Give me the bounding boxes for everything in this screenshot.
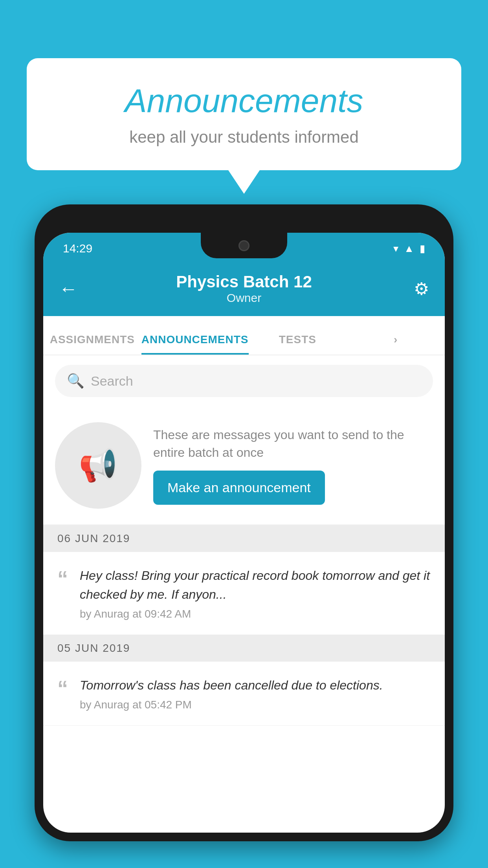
speech-bubble-section: Announcements keep all your students inf… [27,58,461,194]
speech-bubble-title: Announcements [58,82,430,120]
wifi-icon: ▾ [393,243,398,255]
tab-more[interactable]: › [347,333,445,355]
speech-bubble-subtitle: keep all your students informed [58,128,430,147]
phone-body: 14:29 ▾ ▲ ▮ ← Physics Batch 12 Owner ⚙ [35,204,453,841]
status-time: 14:29 [63,242,92,255]
tab-tests[interactable]: TESTS [249,333,347,355]
signal-icon: ▲ [404,243,414,255]
search-bar[interactable]: 🔍 Search [55,365,433,397]
promo-icon-circle: 📢 [55,422,141,509]
quote-icon-2: “ [57,677,68,699]
battery-icon: ▮ [420,243,425,255]
promo-description: These are messages you want to send to t… [153,426,433,462]
announcement-content-2: Tomorrow's class has been cancelled due … [80,676,431,711]
make-announcement-button[interactable]: Make an announcement [153,471,325,505]
announcement-content-1: Hey class! Bring your practical record b… [80,566,431,620]
announcement-item-1[interactable]: “ Hey class! Bring your practical record… [43,552,445,635]
settings-icon[interactable]: ⚙ [402,279,429,299]
megaphone-icon: 📢 [79,447,118,484]
promo-content: These are messages you want to send to t… [153,426,433,505]
app-bar-title: Physics Batch 12 [86,272,402,291]
phone-screen: 14:29 ▾ ▲ ▮ ← Physics Batch 12 Owner ⚙ [43,233,445,833]
phone-notch [201,233,287,258]
phone-mockup: 14:29 ▾ ▲ ▮ ← Physics Batch 12 Owner ⚙ [35,204,453,868]
search-container: 🔍 Search [43,355,445,406]
back-button[interactable]: ← [59,278,86,300]
app-bar-title-section: Physics Batch 12 Owner [86,272,402,305]
quote-icon-1: “ [57,568,68,589]
tab-assignments[interactable]: ASSIGNMENTS [43,333,141,355]
status-icons: ▾ ▲ ▮ [393,243,425,255]
app-bar: ← Physics Batch 12 Owner ⚙ [43,261,445,316]
search-input[interactable]: Search [91,373,421,389]
speech-bubble-arrow [228,170,260,194]
announcement-item-2[interactable]: “ Tomorrow's class has been cancelled du… [43,662,445,726]
announcement-promo: 📢 These are messages you want to send to… [43,406,445,525]
date-separator-1: 06 JUN 2019 [43,525,445,552]
speech-bubble: Announcements keep all your students inf… [27,58,461,170]
date-separator-2: 05 JUN 2019 [43,635,445,662]
announcement-meta-2: by Anurag at 05:42 PM [80,699,431,711]
announcement-text-2: Tomorrow's class has been cancelled due … [80,676,431,695]
announcement-meta-1: by Anurag at 09:42 AM [80,608,431,620]
app-bar-subtitle: Owner [86,291,402,305]
tabs-bar: ASSIGNMENTS ANNOUNCEMENTS TESTS › [43,316,445,355]
front-camera [238,240,250,251]
tab-announcements[interactable]: ANNOUNCEMENTS [141,333,249,355]
announcement-text-1: Hey class! Bring your practical record b… [80,566,431,604]
search-icon: 🔍 [67,373,84,389]
